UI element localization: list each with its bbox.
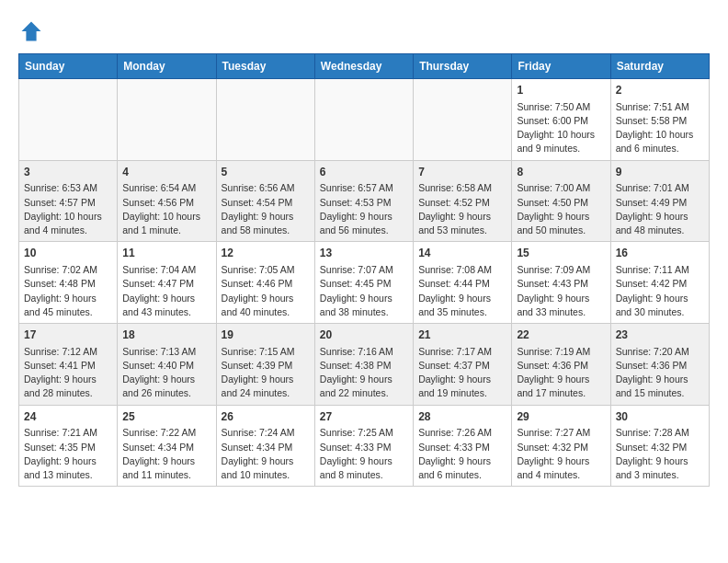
header-row: SundayMondayTuesdayWednesdayThursdayFrid…	[19, 54, 710, 79]
calendar-cell: 11Sunrise: 7:04 AMSunset: 4:47 PMDayligh…	[118, 242, 216, 324]
cell-info: Sunrise: 7:13 AMSunset: 4:40 PMDaylight:…	[122, 345, 210, 401]
calendar-cell: 7Sunrise: 6:58 AMSunset: 4:52 PMDaylight…	[414, 160, 512, 242]
day-number: 8	[517, 165, 605, 180]
header-day-monday: Monday	[118, 54, 216, 79]
calendar-cell: 22Sunrise: 7:19 AMSunset: 4:36 PMDayligh…	[512, 324, 610, 406]
cell-info: Sunrise: 7:02 AMSunset: 4:48 PMDaylight:…	[24, 263, 112, 319]
cell-info: Sunrise: 7:24 AMSunset: 4:34 PMDaylight:…	[222, 426, 310, 482]
cell-info: Sunrise: 7:05 AMSunset: 4:46 PMDaylight:…	[222, 263, 310, 319]
day-number: 6	[320, 165, 408, 180]
calendar-cell: 4Sunrise: 6:54 AMSunset: 4:56 PMDaylight…	[118, 160, 216, 242]
calendar-cell	[19, 79, 118, 161]
calendar-cell: 8Sunrise: 7:00 AMSunset: 4:50 PMDaylight…	[512, 160, 610, 242]
day-number: 26	[222, 409, 310, 425]
svg-marker-0	[22, 22, 41, 41]
day-number: 24	[24, 409, 112, 425]
cell-info: Sunrise: 7:11 AMSunset: 4:42 PMDaylight:…	[616, 263, 704, 319]
week-row-1: 3Sunrise: 6:53 AMSunset: 4:57 PMDaylight…	[19, 160, 710, 242]
calendar-cell	[414, 79, 512, 161]
cell-info: Sunrise: 7:25 AMSunset: 4:33 PMDaylight:…	[320, 426, 408, 482]
day-number: 21	[418, 327, 506, 343]
logo	[18, 18, 48, 44]
cell-info: Sunrise: 7:16 AMSunset: 4:38 PMDaylight:…	[320, 345, 408, 401]
cell-info: Sunrise: 7:07 AMSunset: 4:45 PMDaylight:…	[320, 263, 408, 319]
week-row-4: 24Sunrise: 7:21 AMSunset: 4:35 PMDayligh…	[19, 405, 710, 487]
day-number: 7	[418, 165, 506, 180]
day-number: 28	[418, 409, 506, 425]
cell-info: Sunrise: 7:51 AMSunset: 5:58 PMDaylight:…	[616, 100, 704, 156]
cell-info: Sunrise: 7:15 AMSunset: 4:39 PMDaylight:…	[222, 345, 310, 401]
day-number: 4	[122, 165, 210, 180]
cell-info: Sunrise: 7:00 AMSunset: 4:50 PMDaylight:…	[517, 181, 605, 237]
day-number: 14	[418, 246, 506, 261]
cell-info: Sunrise: 7:08 AMSunset: 4:44 PMDaylight:…	[418, 263, 506, 319]
day-number: 16	[616, 246, 704, 261]
calendar-cell: 27Sunrise: 7:25 AMSunset: 4:33 PMDayligh…	[314, 405, 413, 487]
week-row-2: 10Sunrise: 7:02 AMSunset: 4:48 PMDayligh…	[19, 242, 710, 324]
calendar-cell: 3Sunrise: 6:53 AMSunset: 4:57 PMDaylight…	[19, 160, 118, 242]
day-number: 15	[517, 246, 605, 261]
week-row-0: 1Sunrise: 7:50 AMSunset: 6:00 PMDaylight…	[19, 79, 710, 161]
cell-info: Sunrise: 7:27 AMSunset: 4:32 PMDaylight:…	[517, 426, 605, 482]
day-number: 9	[616, 165, 704, 180]
cell-info: Sunrise: 7:12 AMSunset: 4:41 PMDaylight:…	[24, 345, 112, 401]
cell-info: Sunrise: 6:56 AMSunset: 4:54 PMDaylight:…	[222, 181, 310, 237]
calendar-cell: 6Sunrise: 6:57 AMSunset: 4:53 PMDaylight…	[314, 160, 413, 242]
week-row-3: 17Sunrise: 7:12 AMSunset: 4:41 PMDayligh…	[19, 324, 710, 406]
day-number: 30	[616, 409, 704, 425]
calendar-cell: 9Sunrise: 7:01 AMSunset: 4:49 PMDaylight…	[610, 160, 709, 242]
day-number: 10	[24, 246, 112, 261]
page-header	[18, 18, 710, 44]
header-day-saturday: Saturday	[610, 54, 709, 79]
calendar-cell: 18Sunrise: 7:13 AMSunset: 4:40 PMDayligh…	[118, 324, 216, 406]
calendar-cell: 12Sunrise: 7:05 AMSunset: 4:46 PMDayligh…	[216, 242, 314, 324]
calendar-cell: 1Sunrise: 7:50 AMSunset: 6:00 PMDaylight…	[512, 79, 610, 161]
calendar-cell: 15Sunrise: 7:09 AMSunset: 4:43 PMDayligh…	[512, 242, 610, 324]
calendar-cell: 19Sunrise: 7:15 AMSunset: 4:39 PMDayligh…	[216, 324, 314, 406]
day-number: 11	[122, 246, 210, 261]
cell-info: Sunrise: 7:50 AMSunset: 6:00 PMDaylight:…	[517, 100, 605, 156]
calendar-cell: 14Sunrise: 7:08 AMSunset: 4:44 PMDayligh…	[414, 242, 512, 324]
day-number: 19	[222, 327, 310, 343]
calendar-cell: 24Sunrise: 7:21 AMSunset: 4:35 PMDayligh…	[19, 405, 118, 487]
calendar-cell	[118, 79, 216, 161]
day-number: 20	[320, 327, 408, 343]
cell-info: Sunrise: 6:53 AMSunset: 4:57 PMDaylight:…	[24, 181, 112, 237]
calendar-cell	[216, 79, 314, 161]
header-day-friday: Friday	[512, 54, 610, 79]
cell-info: Sunrise: 7:01 AMSunset: 4:49 PMDaylight:…	[616, 181, 704, 237]
header-day-thursday: Thursday	[414, 54, 512, 79]
day-number: 18	[122, 327, 210, 343]
cell-info: Sunrise: 7:19 AMSunset: 4:36 PMDaylight:…	[517, 345, 605, 401]
cell-info: Sunrise: 7:09 AMSunset: 4:43 PMDaylight:…	[517, 263, 605, 319]
calendar-cell: 26Sunrise: 7:24 AMSunset: 4:34 PMDayligh…	[216, 405, 314, 487]
day-number: 12	[222, 246, 310, 261]
cell-info: Sunrise: 7:26 AMSunset: 4:33 PMDaylight:…	[418, 426, 506, 482]
day-number: 25	[122, 409, 210, 425]
day-number: 22	[517, 327, 605, 343]
calendar-header: SundayMondayTuesdayWednesdayThursdayFrid…	[19, 54, 710, 79]
calendar-cell: 5Sunrise: 6:56 AMSunset: 4:54 PMDaylight…	[216, 160, 314, 242]
calendar-cell: 16Sunrise: 7:11 AMSunset: 4:42 PMDayligh…	[610, 242, 709, 324]
day-number: 3	[24, 165, 112, 180]
calendar-table: SundayMondayTuesdayWednesdayThursdayFrid…	[18, 53, 710, 487]
cell-info: Sunrise: 7:22 AMSunset: 4:34 PMDaylight:…	[122, 426, 210, 482]
calendar-cell: 29Sunrise: 7:27 AMSunset: 4:32 PMDayligh…	[512, 405, 610, 487]
day-number: 5	[222, 165, 310, 180]
logo-icon	[18, 18, 44, 44]
day-number: 2	[616, 83, 704, 98]
calendar-cell: 30Sunrise: 7:28 AMSunset: 4:32 PMDayligh…	[610, 405, 709, 487]
cell-info: Sunrise: 6:57 AMSunset: 4:53 PMDaylight:…	[320, 181, 408, 237]
calendar-cell: 10Sunrise: 7:02 AMSunset: 4:48 PMDayligh…	[19, 242, 118, 324]
calendar-cell: 20Sunrise: 7:16 AMSunset: 4:38 PMDayligh…	[314, 324, 413, 406]
cell-info: Sunrise: 6:54 AMSunset: 4:56 PMDaylight:…	[122, 181, 210, 237]
calendar-cell	[314, 79, 413, 161]
calendar-cell: 25Sunrise: 7:22 AMSunset: 4:34 PMDayligh…	[118, 405, 216, 487]
day-number: 29	[517, 409, 605, 425]
calendar-cell: 13Sunrise: 7:07 AMSunset: 4:45 PMDayligh…	[314, 242, 413, 324]
day-number: 23	[616, 327, 704, 343]
day-number: 1	[517, 83, 605, 98]
cell-info: Sunrise: 6:58 AMSunset: 4:52 PMDaylight:…	[418, 181, 506, 237]
header-day-wednesday: Wednesday	[314, 54, 413, 79]
cell-info: Sunrise: 7:17 AMSunset: 4:37 PMDaylight:…	[418, 345, 506, 401]
